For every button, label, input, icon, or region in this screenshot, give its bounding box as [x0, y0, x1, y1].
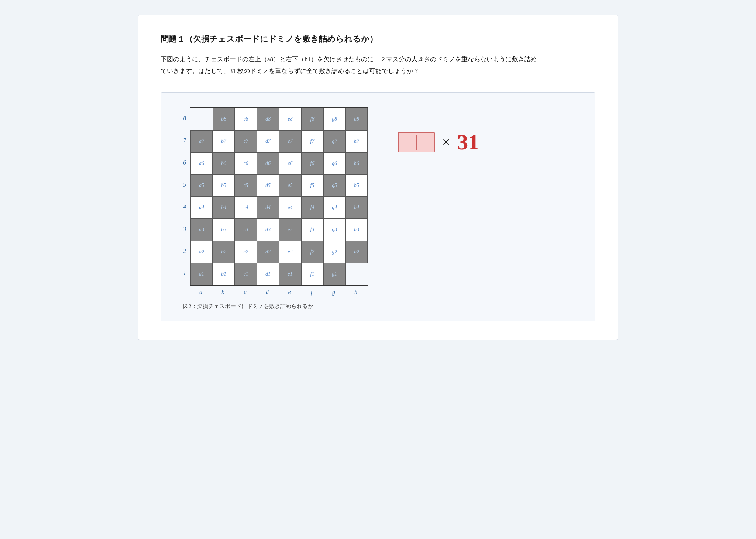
cell-d6: d6 — [257, 152, 279, 175]
cell-d7: d7 — [257, 130, 279, 152]
cell-h3: h3 — [346, 219, 368, 241]
board-row-1: a1b1c1d1e1f1g1 — [190, 263, 368, 285]
cell-e7: e7 — [279, 130, 301, 152]
cell-g8: g8 — [323, 108, 346, 130]
chessboard-wrapper: 87654321 b8c8d8e8f8g8h8a7b7c7d7e7f7g7h7a… — [183, 107, 368, 310]
cell-f1: f1 — [301, 263, 323, 285]
cell-e8: e8 — [279, 108, 301, 130]
cell-g1: g1 — [323, 263, 346, 285]
cell-b7: b7 — [213, 130, 235, 152]
board-row-3: a3b3c3d3e3f3g3h3 — [190, 219, 368, 241]
chessboard: b8c8d8e8f8g8h8a7b7c7d7e7f7g7h7a6b6c6d6e6… — [190, 107, 368, 286]
cell-e2: e2 — [279, 241, 301, 263]
cell-c6: c6 — [235, 152, 257, 175]
cell-e3: e3 — [279, 219, 301, 241]
content-area: 87654321 b8c8d8e8f8g8h8a7b7c7d7e7f7g7h7a… — [161, 92, 595, 321]
cell-a4: a4 — [190, 197, 213, 219]
cell-h8: h8 — [346, 108, 368, 130]
cell-c8: c8 — [235, 108, 257, 130]
cell-f2: f2 — [301, 241, 323, 263]
cell-f4: f4 — [301, 197, 323, 219]
cell-b8: b8 — [213, 108, 235, 130]
cell-g7: g7 — [323, 130, 346, 152]
row-label-3: 3 — [183, 218, 186, 240]
cell-e6: e6 — [279, 152, 301, 175]
cell-a6: a6 — [190, 152, 213, 175]
domino-icon — [398, 132, 435, 152]
problem-description: 下図のように、チェスボードの左上（a8）と右下（h1）を欠けさせたものに、２マス… — [161, 53, 595, 77]
col-label-e: e — [278, 289, 300, 296]
cell-c4: c4 — [235, 197, 257, 219]
cell-h6: h6 — [346, 152, 368, 175]
cell-g6: g6 — [323, 152, 346, 175]
cell-h1 — [346, 263, 368, 285]
cell-b3: b3 — [213, 219, 235, 241]
row-labels: 87654321 — [183, 107, 186, 284]
col-label-b: b — [212, 289, 234, 296]
cell-a2: a2 — [190, 241, 213, 263]
cell-h4: h4 — [346, 197, 368, 219]
domino-count: 31 — [457, 129, 479, 155]
col-labels: abcdefgh — [190, 289, 368, 296]
multiply-sign: × — [442, 134, 450, 150]
col-label-h: h — [345, 289, 367, 296]
board-row-4: a4b4c4d4e4f4g4h4 — [190, 197, 368, 219]
col-label-a: a — [190, 289, 212, 296]
cell-a8 — [190, 108, 213, 130]
row-label-6: 6 — [183, 152, 186, 174]
col-label-g: g — [323, 289, 345, 296]
cell-d5: d5 — [257, 175, 279, 197]
cell-b4: b4 — [213, 197, 235, 219]
cell-d3: d3 — [257, 219, 279, 241]
cell-g5: g5 — [323, 175, 346, 197]
row-label-7: 7 — [183, 129, 186, 152]
cell-a7: a7 — [190, 130, 213, 152]
cell-f8: f8 — [301, 108, 323, 130]
cell-g2: g2 — [323, 241, 346, 263]
cell-h7: h7 — [346, 130, 368, 152]
cell-a5: a5 — [190, 175, 213, 197]
board-row-5: a5b5c5d5e5f5g5h5 — [190, 175, 368, 197]
cell-e5: e5 — [279, 175, 301, 197]
cell-e1: e1 — [279, 263, 301, 285]
cell-b2: b2 — [213, 241, 235, 263]
cell-d2: d2 — [257, 241, 279, 263]
col-label-d: d — [256, 289, 278, 296]
cell-g4: g4 — [323, 197, 346, 219]
row-label-5: 5 — [183, 174, 186, 196]
cell-b1: b1 — [213, 263, 235, 285]
figure-caption: 図2：欠損チェスボードにドミノを敷き詰められるか — [183, 303, 313, 310]
cell-d1: d1 — [257, 263, 279, 285]
page-container: 問題１（欠損チェスボードにドミノを敷き詰められるか） 下図のように、チェスボード… — [138, 15, 618, 340]
cell-b5: b5 — [213, 175, 235, 197]
board-row-6: a6b6c6d6e6f6g6h6 — [190, 152, 368, 175]
board-row-2: a2b2c2d2e2f2g2h2 — [190, 241, 368, 263]
cell-a1: a1 — [190, 263, 213, 285]
cell-h2: h2 — [346, 241, 368, 263]
cell-f3: f3 — [301, 219, 323, 241]
row-label-2: 2 — [183, 240, 186, 262]
board-row-7: a7b7c7d7e7f7g7h7 — [190, 130, 368, 152]
cell-a3: a3 — [190, 219, 213, 241]
board-row-8: b8c8d8e8f8g8h8 — [190, 108, 368, 130]
cell-c5: c5 — [235, 175, 257, 197]
col-label-c: c — [234, 289, 256, 296]
col-label-f: f — [300, 289, 323, 296]
board-with-labels: 87654321 b8c8d8e8f8g8h8a7b7c7d7e7f7g7h7a… — [183, 107, 368, 296]
cell-f6: f6 — [301, 152, 323, 175]
cell-c1: c1 — [235, 263, 257, 285]
problem-title: 問題１（欠損チェスボードにドミノを敷き詰められるか） — [161, 34, 595, 45]
cell-d4: d4 — [257, 197, 279, 219]
cell-f5: f5 — [301, 175, 323, 197]
board-and-col-labels: b8c8d8e8f8g8h8a7b7c7d7e7f7g7h7a6b6c6d6e6… — [190, 107, 368, 296]
cell-c7: c7 — [235, 130, 257, 152]
cell-g3: g3 — [323, 219, 346, 241]
cell-c2: c2 — [235, 241, 257, 263]
row-label-8: 8 — [183, 107, 186, 129]
cell-f7: f7 — [301, 130, 323, 152]
domino-section: × 31 — [398, 129, 479, 155]
cell-e4: e4 — [279, 197, 301, 219]
cell-h5: h5 — [346, 175, 368, 197]
cell-c3: c3 — [235, 219, 257, 241]
row-label-1: 1 — [183, 262, 186, 284]
